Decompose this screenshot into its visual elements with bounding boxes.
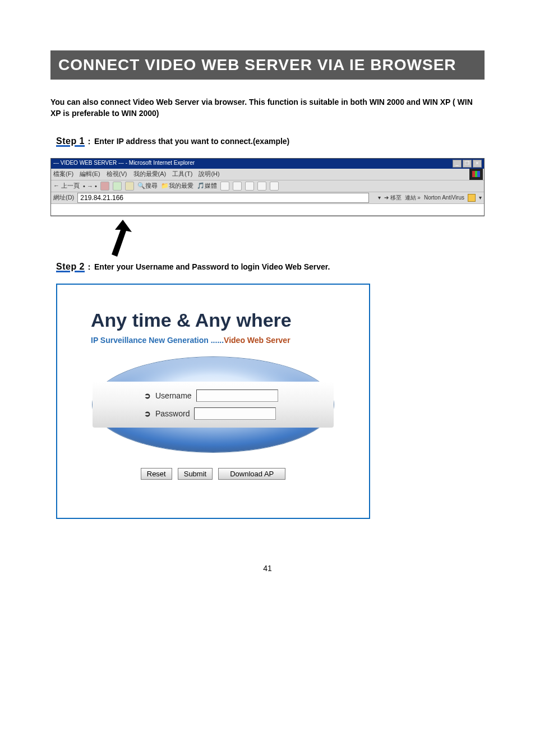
refresh-icon[interactable] [113,182,122,191]
login-buttons: Reset Submit Download AP [72,468,354,480]
media-button[interactable]: 🎵媒體 [197,182,217,190]
forward-button[interactable]: • → • [83,183,97,189]
step1-label: Step 1 [56,136,85,146]
edit-icon[interactable] [257,182,266,191]
svg-marker-0 [112,220,132,257]
submit-button[interactable]: Submit [178,468,213,480]
ie-titlebar: --- VIDEO WEB SERVER --- - Microsoft Int… [51,159,484,169]
download-button[interactable]: Download AP [218,468,285,480]
address-dropdown-icon[interactable]: ▾ [378,194,381,201]
links-label[interactable]: 連結 » [405,194,421,202]
intro-text: You can also connect Video Web Server vi… [50,96,485,119]
stop-icon[interactable] [100,182,109,191]
menu-help[interactable]: 說明(H) [199,170,219,177]
norton-icon[interactable] [468,194,476,202]
login-sub-b: Video Web Server [224,336,290,345]
step2-text: Enter your Username and Password to logi… [94,262,330,271]
menu-view[interactable]: 檢視(V) [107,170,127,177]
password-row: ➲ Password [144,407,300,420]
discuss-icon[interactable] [270,182,279,191]
step2-colon: ： [85,262,93,271]
menu-file[interactable]: 檔案(F) [53,170,73,177]
bullet-icon: ➲ [144,409,151,418]
ie-menu-bar: 檔案(F) 編輯(E) 檢視(V) 我的最愛(A) 工具(T) 說明(H) [51,169,484,180]
norton-dropdown-icon[interactable]: ▾ [479,194,482,201]
reset-button[interactable]: Reset [141,468,172,480]
window-buttons: _ ❐ × [453,160,482,168]
close-button[interactable]: × [473,160,482,168]
password-input[interactable] [194,407,276,420]
history-icon[interactable] [220,182,229,191]
back-button[interactable]: ← 上一頁 [53,182,80,190]
username-row: ➲ Username [144,389,300,402]
ie-window: --- VIDEO WEB SERVER --- - Microsoft Int… [50,158,485,216]
address-input[interactable] [77,193,369,203]
login-band: ➲ Username ➲ Password [93,382,334,428]
ie-content-blank [51,204,484,216]
mail-icon[interactable] [233,182,242,191]
maximize-button[interactable]: ❐ [463,160,472,168]
menu-fav[interactable]: 我的最愛(A) [133,170,167,177]
ie-address-bar: 網址(D) ▾ ➔ 移至 連結 » Norton AntiVirus ▾ [51,192,484,204]
login-subtitle: IP Surveillance New Generation ......Vid… [91,336,354,345]
bullet-icon: ➲ [144,391,151,400]
ie-logo [469,169,483,180]
step2-line: Step 2：Enter your Username and Password … [56,262,485,272]
go-button[interactable]: ➔ 移至 [384,194,402,202]
search-button[interactable]: 🔍搜尋 [137,182,158,190]
step2-label: Step 2 [56,262,85,271]
step1-line: Step 1：Enter IP address that you want to… [56,136,485,147]
login-lens: ➲ Username ➲ Password [93,357,334,452]
menu-tools[interactable]: 工具(T) [172,170,192,177]
address-label: 網址(D) [53,193,74,202]
windows-flag-icon [472,171,480,177]
pointer-arrow [50,222,485,253]
home-icon[interactable] [125,182,134,191]
login-title: Any time & Any where [91,309,354,331]
ie-window-title: --- VIDEO WEB SERVER --- - Microsoft Int… [53,160,195,168]
step1-text: Enter IP address that you want to connec… [94,137,289,146]
print-icon[interactable] [245,182,254,191]
minimize-button[interactable]: _ [453,160,462,168]
login-panel: Any time & Any where IP Surveillance New… [56,284,370,519]
password-label: Password [155,409,190,418]
ie-toolbar: ← 上一頁 • → • 🔍搜尋 📁我的最愛 🎵媒體 [51,180,484,192]
username-input[interactable] [196,389,278,402]
norton-label[interactable]: Norton AntiVirus [424,194,464,201]
step1-colon: ： [85,137,93,146]
page-title: CONNECT VIDEO WEB SERVER VIA IE BROWSER [50,50,485,80]
menu-edit[interactable]: 編輯(E) [80,170,100,177]
login-sub-a: IP Surveillance New Generation ...... [91,336,224,345]
page-number: 41 [50,564,485,573]
username-label: Username [155,391,192,400]
favorites-button[interactable]: 📁我的最愛 [161,182,193,190]
